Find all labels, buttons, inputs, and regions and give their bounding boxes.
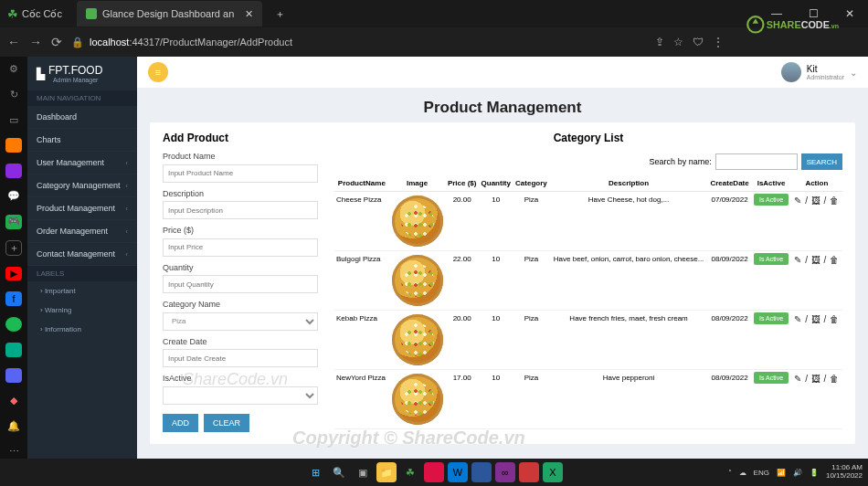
edit-icon[interactable]: ✎ (794, 255, 801, 265)
col-action: Action (791, 175, 842, 192)
hamburger-button[interactable]: ≡ (148, 62, 168, 82)
cell-active: Is Active (751, 311, 790, 370)
image-icon[interactable]: 🖼 (811, 374, 820, 384)
spotify-icon[interactable] (5, 317, 22, 332)
app-tb-1[interactable] (424, 462, 444, 482)
wifi-icon[interactable]: 📶 (777, 469, 786, 477)
address-bar[interactable]: 🔒 localhost:44317/ProductManager/AddProd… (71, 37, 646, 48)
input-price[interactable] (163, 238, 318, 257)
bookmarks-icon[interactable]: ▭ (5, 113, 22, 128)
sidebar-item-category-mgmt[interactable]: Category Management‹ (27, 174, 137, 197)
label-information[interactable]: › Information (27, 320, 137, 339)
back-button[interactable]: ← (7, 35, 20, 49)
search-tb-icon[interactable]: 🔍 (329, 462, 349, 482)
reload-button[interactable]: ⟳ (51, 35, 62, 49)
label-quantity: Quantity (163, 263, 318, 272)
bookmark-icon[interactable]: ☆ (673, 36, 683, 48)
cell-active: Is Active (751, 370, 790, 429)
notifications-icon[interactable]: 🔔 (5, 418, 22, 433)
app-shortcut-2[interactable] (5, 343, 22, 357)
new-tab-button[interactable]: ＋ (271, 7, 289, 21)
cloud-icon[interactable]: ☁ (739, 469, 746, 477)
explorer-icon[interactable]: 📁 (376, 462, 397, 482)
form-heading: Add Product (163, 132, 318, 144)
col-image: Image (389, 175, 446, 192)
forward-button[interactable]: → (29, 35, 42, 49)
more-icon[interactable]: ⋯ (5, 444, 22, 459)
delete-icon[interactable]: 🗑 (830, 314, 839, 324)
language-indicator[interactable]: ENG (754, 469, 769, 477)
coccoc-tb-icon[interactable]: ☘ (400, 462, 420, 482)
close-tab-icon[interactable]: ✕ (245, 8, 253, 20)
battery-icon[interactable]: 🔋 (810, 469, 819, 477)
image-icon[interactable]: 🖼 (811, 314, 820, 324)
tab-title: Glance Design Dashboard an (102, 8, 234, 19)
excel-icon[interactable]: X (543, 462, 563, 482)
facebook-icon[interactable]: f (5, 291, 22, 306)
cell-cat: Piza (513, 311, 550, 370)
sidebar-item-product-mgmt[interactable]: Product Management‹ (27, 197, 137, 220)
input-product-name[interactable] (163, 164, 318, 183)
table-row: Kebab Pizza20.0010PizaHave french fries,… (334, 311, 842, 370)
user-chip[interactable]: Kit Administrator ⌄ (781, 62, 857, 82)
select-isactive[interactable] (163, 386, 318, 405)
delete-icon[interactable]: 🗑 (830, 195, 839, 206)
delete-icon[interactable]: 🗑 (830, 255, 839, 265)
cell-price: 20.00 (445, 311, 479, 370)
app-shortcut-3[interactable] (5, 368, 22, 383)
col-quantity: Quantity (479, 175, 513, 192)
start-button[interactable]: ⊞ (305, 462, 325, 482)
browser-tab[interactable]: Glance Design Dashboard an ✕ (77, 1, 262, 26)
edit-icon[interactable]: ✎ (794, 374, 801, 384)
sidebar-item-charts[interactable]: Charts (27, 129, 137, 152)
cell-name: Kebab Pizza (334, 311, 389, 370)
sidebar-item-user-mgmt[interactable]: User Management‹ (27, 152, 137, 174)
chevron-left-icon: ‹ (125, 250, 128, 259)
label-warning[interactable]: › Warning (27, 301, 137, 320)
messenger-icon[interactable] (5, 164, 22, 178)
extensions-icon[interactable]: ⋮ (713, 36, 724, 48)
clock-date[interactable]: 10/15/2022 (826, 472, 863, 481)
search-button[interactable]: SEARCH (801, 153, 842, 170)
chat-icon[interactable]: 💬 (5, 189, 22, 204)
image-icon[interactable]: 🖼 (811, 195, 820, 206)
volume-icon[interactable]: 🔊 (793, 469, 802, 477)
sidebar-item-contact-mgmt[interactable]: Contact Management‹ (27, 243, 137, 266)
image-icon[interactable]: 🖼 (811, 255, 820, 265)
history-icon[interactable]: ↻ (5, 88, 22, 102)
gear-icon[interactable]: ⚙ (5, 62, 22, 77)
word-icon[interactable]: W (448, 462, 468, 482)
search-input[interactable] (715, 153, 798, 170)
add-button[interactable]: ADD (163, 414, 198, 432)
app-tb-3[interactable] (519, 462, 539, 482)
shield-icon[interactable]: 🛡 (693, 36, 704, 48)
app-tb-2[interactable] (471, 462, 492, 482)
label-create-date: Create Date (163, 337, 318, 346)
input-create-date[interactable] (163, 349, 318, 367)
chevron-left-icon: ‹ (125, 159, 128, 167)
app-shortcut-4[interactable]: ◆ (5, 394, 22, 408)
edit-icon[interactable]: ✎ (794, 195, 801, 206)
share-icon[interactable]: ⇪ (655, 36, 664, 48)
sidebar-item-order-mgmt[interactable]: Order Management‹ (27, 220, 137, 243)
cell-active: Is Active (751, 251, 790, 311)
pizza-image (392, 374, 443, 425)
vs-icon[interactable]: ∞ (495, 462, 515, 482)
input-quantity[interactable] (163, 275, 318, 293)
taskview-icon[interactable]: ▣ (353, 462, 373, 482)
add-shortcut[interactable]: ＋ (5, 240, 22, 256)
game-icon[interactable]: 🎮 (5, 215, 22, 229)
input-description[interactable] (163, 201, 318, 219)
app-shortcut-1[interactable] (5, 138, 22, 153)
edit-icon[interactable]: ✎ (794, 314, 801, 324)
select-category[interactable]: Piza (163, 312, 318, 331)
sidebar-item-dashboard[interactable]: Dashboard (27, 106, 137, 129)
search-label: Search by name: (650, 157, 712, 166)
clear-button[interactable]: CLEAR (204, 414, 249, 432)
delete-icon[interactable]: 🗑 (830, 374, 839, 384)
tab-favicon (86, 8, 97, 19)
cell-cat: Piza (513, 192, 550, 251)
label-important[interactable]: › Important (27, 281, 137, 301)
youtube-icon[interactable]: ▶ (5, 267, 22, 281)
tray-chevron-icon[interactable]: ˄ (728, 469, 732, 477)
